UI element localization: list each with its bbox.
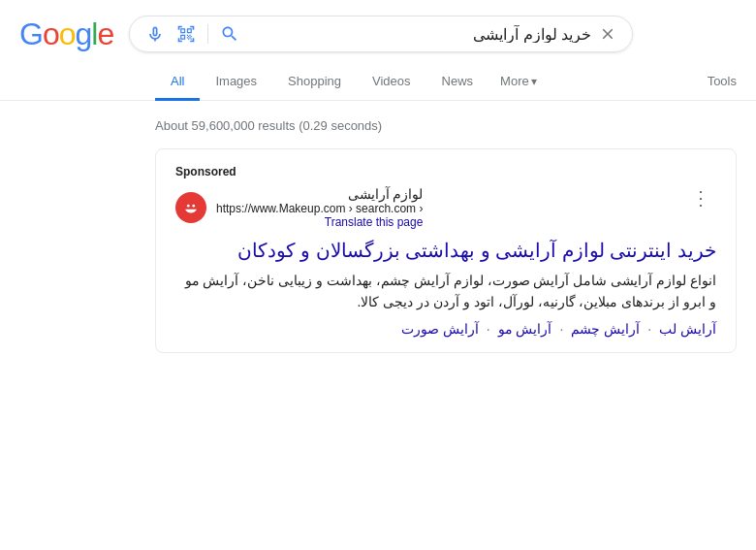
ad-links: آرایش لب · آرایش چشم · آرایش مو · آرایش …: [175, 321, 716, 337]
search-divider: [207, 24, 208, 44]
header: Google خرید لوازم آرایشی: [0, 0, 756, 52]
more-label: More: [500, 74, 529, 88]
ad-box: Sponsored لوازم آرایشی https://www.Makeu…: [155, 148, 737, 353]
nav-tabs: All Images Shopping Videos News More ▾ T…: [0, 56, 756, 101]
ad-link-1[interactable]: آرایش لب: [659, 321, 716, 337]
results-count: About 59,600,000 results (0.29 seconds): [155, 118, 737, 133]
tab-shopping[interactable]: Shopping: [272, 64, 357, 101]
tab-news[interactable]: News: [426, 64, 489, 101]
tab-videos[interactable]: Videos: [357, 64, 426, 101]
ad-site-name: لوازم آرایشی: [216, 186, 423, 202]
svg-point-0: [187, 205, 190, 208]
ad-translate-link[interactable]: Translate this page: [216, 215, 423, 229]
ad-site-info: لوازم آرایشی https://www.Makeup.com › se…: [216, 186, 423, 229]
ad-link-dot-1: ·: [647, 321, 651, 337]
ad-link-3[interactable]: آرایش مو: [498, 321, 552, 337]
search-button[interactable]: [220, 24, 239, 44]
tab-tools[interactable]: Tools: [708, 64, 756, 101]
ad-header: لوازم آرایشی https://www.Makeup.com › se…: [175, 186, 716, 229]
ad-description: انواع لوازم آرایشی شامل آرایش صورت، لواز…: [175, 270, 716, 313]
search-left-icons: [145, 24, 239, 44]
ad-link-dot-2: ·: [559, 321, 563, 337]
search-bar[interactable]: خرید لوازم آرایشی: [129, 16, 633, 52]
ad-logo-info: لوازم آرایشی https://www.Makeup.com › se…: [175, 186, 423, 229]
tab-more[interactable]: More ▾: [488, 64, 549, 101]
tab-all[interactable]: All: [155, 64, 200, 101]
ad-title[interactable]: خرید اینترنتی لوازم آرایشی و بهداشتی بزر…: [175, 237, 716, 264]
ad-link-dot-3: ·: [487, 321, 490, 337]
ad-link-2[interactable]: آرایش چشم: [571, 321, 640, 337]
voice-search-button[interactable]: [145, 24, 165, 44]
ad-url: https://www.Makeup.com › search.com ›: [216, 202, 423, 215]
svg-point-1: [192, 205, 195, 208]
ad-logo-icon: [175, 192, 206, 223]
clear-search-button[interactable]: [599, 25, 616, 43]
sponsored-label: Sponsored: [175, 165, 716, 178]
image-search-button[interactable]: [176, 24, 196, 44]
tab-images[interactable]: Images: [200, 64, 272, 101]
ad-more-options-icon[interactable]: ⋮: [685, 186, 716, 210]
search-input[interactable]: خرید لوازم آرایشی: [247, 25, 591, 43]
results-area: About 59,600,000 results (0.29 seconds) …: [0, 101, 756, 372]
google-logo[interactable]: Google: [19, 16, 113, 52]
more-chevron-icon: ▾: [531, 75, 537, 88]
ad-link-4[interactable]: آرایش صورت: [401, 321, 479, 337]
